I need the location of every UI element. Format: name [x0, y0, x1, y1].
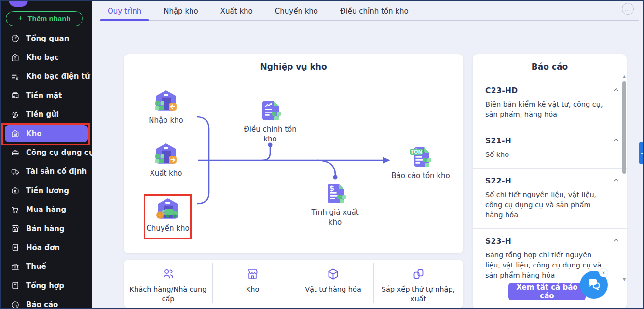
workflow-panel: Nghiệp vụ kho Nhập kho	[124, 54, 463, 253]
sidebar-item-ban-hang[interactable]: Bán hàng	[5, 219, 88, 238]
truck-icon	[11, 167, 20, 176]
more-options-button[interactable]: ...	[622, 3, 634, 15]
chevron-up-icon[interactable]	[612, 176, 620, 184]
report-code: C23-HD	[485, 86, 608, 95]
report-description: Sổ chi tiết nguyên liệu, vật liệu, công …	[485, 190, 608, 220]
briefcase-icon	[11, 186, 20, 195]
storefront-icon	[11, 224, 20, 233]
invoice-icon	[11, 243, 20, 252]
report-item-c23-hd[interactable]: C23-HD Biên bản kiểm kê vật tư, công cụ,…	[473, 78, 627, 128]
sidebar-nav: Tổng quan Kho bạc Kho bạc điện tử Tiền m…	[1, 29, 92, 309]
report-code: S23-H	[485, 237, 608, 246]
warehouse-transfer-icon	[156, 197, 180, 221]
bank-icon	[11, 262, 20, 271]
sidebar-item-tien-mat[interactable]: Tiền mặt	[5, 86, 88, 105]
goods-cube-icon	[327, 267, 340, 281]
warehouse-store-icon	[246, 267, 259, 281]
quick-add-button[interactable]: + Thêm nhanh	[6, 11, 83, 26]
report-code: S21-H	[485, 137, 608, 145]
node-dieu-chinh-ton-kho[interactable]: Điều chỉnh tồn kho	[239, 98, 301, 144]
tab-label: Nhập kho	[164, 7, 198, 15]
sidebar-item-cong-cu-dung-cu[interactable]: Công cụ dụng cụ	[5, 143, 88, 162]
quick-link-label: Khách hàng/Nhà cung cấp	[130, 284, 207, 304]
quick-link-label: Sắp xếp thứ tự nhập, xuất	[380, 284, 457, 304]
sidebar-item-bao-cao[interactable]: Báo cáo	[5, 295, 88, 309]
sidebar-item-tien-luong[interactable]: Tiền lương	[5, 181, 88, 200]
chat-close-button[interactable]: ✕	[599, 268, 608, 277]
chat-bubbles-icon	[586, 277, 602, 293]
scroll-down-arrow[interactable]: ▼	[622, 277, 627, 282]
treasury-icon	[11, 53, 20, 62]
tab-label: Chuyển kho	[275, 7, 318, 15]
app-logo	[9, 0, 28, 7]
quick-links-panel: Khách hàng/Nhà cung cấp Kho Vật tư hàng …	[124, 260, 463, 308]
reports-title: Báo cáo	[473, 54, 627, 71]
sidebar-item-label: Kho	[26, 129, 42, 138]
stock-report-icon: TỒN	[409, 145, 432, 168]
sidebar: + Thêm nhanh Tổng quan Kho bạc Kho bạc đ…	[1, 1, 92, 309]
book-icon	[11, 281, 20, 290]
quick-link-label: Kho	[246, 284, 260, 294]
sidebar-item-kho-bac[interactable]: Kho bạc	[5, 48, 88, 67]
sidebar-item-label: Tổng hợp	[26, 281, 64, 290]
sidebar-item-thue[interactable]: Thuế	[5, 257, 88, 276]
sidebar-item-label: Bán hàng	[26, 225, 65, 233]
collapse-panel-handle[interactable]: ◀	[639, 142, 644, 164]
sidebar-item-tien-gui[interactable]: Tiền gửi	[5, 105, 88, 124]
chevron-up-icon[interactable]	[612, 86, 620, 94]
tab-chuyen-kho[interactable]: Chuyển kho	[267, 1, 326, 21]
pricing-icon: $	[324, 182, 347, 205]
e-treasury-icon	[11, 72, 20, 81]
sidebar-item-kho-bac-dien-tu[interactable]: Kho bạc điện tử	[5, 67, 88, 86]
report-item-s21-h[interactable]: S21-H Sổ kho	[473, 128, 627, 169]
node-xuat-kho[interactable]: Xuất kho	[142, 141, 190, 178]
quick-link-sap-xep[interactable]: Sắp xếp thứ tự nhập, xuất	[373, 260, 463, 308]
report-item-s22-h[interactable]: S22-H Sổ chi tiết nguyên liệu, vật liệu,…	[473, 169, 627, 229]
pie-chart-icon	[11, 34, 20, 43]
tab-nhap-kho[interactable]: Nhập kho	[156, 1, 206, 21]
sidebar-item-label: Tổng quan	[26, 34, 69, 43]
tab-label: Xuất kho	[220, 7, 253, 15]
scroll-up-arrow[interactable]: ▲	[622, 74, 627, 79]
sidebar-item-tai-san-co-dinh[interactable]: Tài sản cố định	[5, 162, 88, 181]
sidebar-item-tong-hop[interactable]: Tổng hợp	[5, 276, 88, 295]
tab-xuat-kho[interactable]: Xuất kho	[213, 1, 260, 21]
report-code: S22-H	[485, 177, 608, 185]
sort-order-icon	[412, 267, 425, 281]
node-tinh-gia-xuat-kho[interactable]: $ Tính giá xuất kho	[305, 182, 365, 227]
adjust-stock-icon	[259, 98, 282, 122]
node-label: Tính giá xuất kho	[305, 208, 365, 227]
sidebar-item-mua-hang[interactable]: Mua hàng	[5, 200, 88, 219]
ton-badge: TỒN	[411, 148, 422, 154]
sidebar-item-label: Tài sản cố định	[26, 167, 87, 176]
sidebar-item-label: Thuế	[26, 262, 46, 271]
sidebar-item-label: Công cụ dụng cụ	[26, 148, 94, 157]
node-label: Nhập kho	[149, 115, 183, 125]
node-chuyen-kho[interactable]: Chuyển kho	[143, 197, 192, 233]
quick-link-kho[interactable]: Kho	[212, 260, 293, 308]
node-bao-cao-ton-kho[interactable]: TỒN Báo cáo tồn kho	[387, 145, 454, 181]
tab-quy-trinh[interactable]: Quy trình	[100, 1, 149, 21]
sidebar-item-hoa-don[interactable]: Hóa đơn	[5, 238, 88, 257]
node-label: Xuất kho	[150, 169, 182, 178]
toolbox-icon	[11, 148, 20, 157]
app-window: + Thêm nhanh Tổng quan Kho bạc Kho bạc đ…	[0, 0, 644, 309]
node-nhap-kho[interactable]: Nhập kho	[142, 88, 190, 125]
chevron-left-icon: ◀	[641, 151, 644, 155]
sidebar-item-tong-quan[interactable]: Tổng quan	[5, 29, 88, 48]
chevron-up-icon[interactable]	[612, 237, 620, 244]
node-label: Chuyển kho	[146, 224, 189, 233]
cash-icon	[11, 91, 20, 100]
sidebar-item-label: Tiền mặt	[26, 91, 62, 100]
sidebar-item-kho[interactable]: Kho	[5, 125, 88, 142]
close-icon: ✕	[602, 270, 605, 276]
quick-link-vat-tu-hang-hoa[interactable]: Vật tư hàng hóa	[293, 260, 373, 308]
reports-scrollbar[interactable]: ▲ ▼	[622, 74, 627, 282]
quick-link-khach-hang[interactable]: Khách hàng/Nhà cung cấp	[124, 260, 212, 308]
tab-dieu-chinh-ton-kho[interactable]: Điều chỉnh tồn kho	[332, 1, 416, 21]
chevron-up-icon[interactable]	[612, 136, 620, 144]
scrollbar-thumb[interactable]	[622, 81, 626, 174]
view-all-reports-button[interactable]: Xem tất cả báo cáo	[508, 283, 586, 300]
plus-icon: +	[18, 14, 23, 23]
report-description: Sổ kho	[485, 150, 608, 160]
